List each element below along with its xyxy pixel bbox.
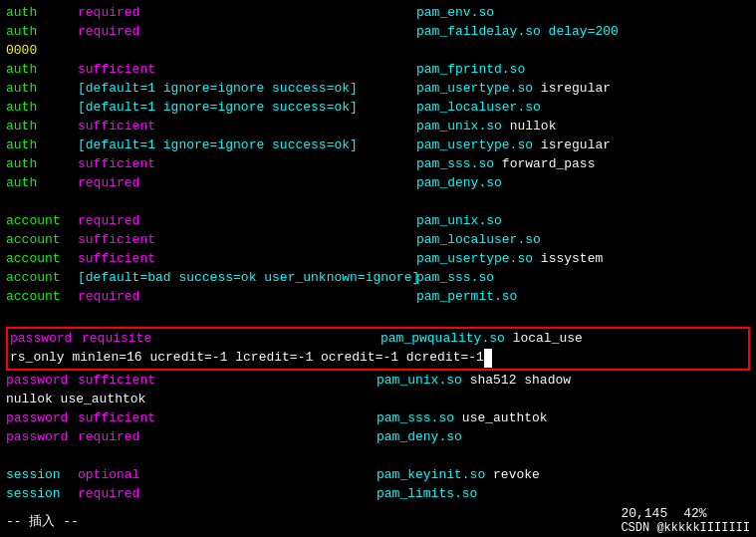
control-optional: optional bbox=[78, 466, 377, 485]
module-pam-localuser: pam_localuser.so bbox=[416, 99, 541, 118]
text-cursor bbox=[484, 349, 492, 368]
control-bracket-3: [default=1 ignore=ignore success=ok] bbox=[78, 136, 416, 155]
empty-line-3 bbox=[6, 447, 750, 466]
status-right: 20,145 42% CSDN @kkkkkIIIIIII bbox=[621, 506, 750, 535]
module-pam-fprintd: pam_fprintd.so bbox=[416, 61, 525, 80]
type-password-4: password bbox=[6, 428, 78, 447]
control-sufficient: sufficient bbox=[78, 250, 416, 269]
type-session-2: session bbox=[6, 485, 78, 504]
module-pam-sss-1: pam_sss.so bbox=[416, 155, 502, 174]
type-password-2: password bbox=[6, 372, 78, 391]
module-extra: local_use bbox=[513, 330, 583, 349]
status-percent: 42% bbox=[683, 506, 706, 521]
module-pam-usertype-3: pam_usertype.so bbox=[416, 250, 541, 269]
line-3: 0000 bbox=[6, 42, 750, 61]
type-account-2: account bbox=[6, 231, 78, 250]
line-account-1: account required pam_unix.so bbox=[6, 212, 750, 231]
type-account-1: account bbox=[6, 212, 78, 231]
module-pam-usertype-1: pam_usertype.so bbox=[416, 80, 541, 99]
control-required-2: required bbox=[78, 428, 377, 447]
module-extra: nullok bbox=[510, 118, 557, 136]
label-0000: 0000 bbox=[6, 42, 37, 61]
line-password-1-cont: rs_only minlen=16 ucredit=-1 lcredit=-1 … bbox=[10, 349, 746, 368]
control-sufficient-2: sufficient bbox=[78, 372, 377, 391]
module-pam-sss-2: pam_sss.so bbox=[416, 269, 494, 288]
line-password-3: password sufficient pam_sss.so use_autht… bbox=[6, 409, 750, 428]
line-account-3: account sufficient pam_usertype.so issys… bbox=[6, 250, 750, 269]
module-pam-faildelay: pam_faildelay.so delay=200 bbox=[416, 23, 619, 42]
type-account-4: account bbox=[6, 269, 78, 288]
type-account-3: account bbox=[6, 250, 78, 269]
line-password-1: password requisite pam_pwquality.so loca… bbox=[10, 330, 746, 349]
control-sufficient: sufficient bbox=[78, 118, 416, 136]
password-block: password requisite pam_pwquality.so loca… bbox=[6, 327, 750, 371]
control-sufficient-3: sufficient bbox=[78, 409, 377, 428]
line-session-2: session required pam_limits.so bbox=[6, 485, 750, 504]
line-1: auth required pam_env.so bbox=[6, 4, 750, 23]
type-auth: auth bbox=[6, 23, 78, 42]
control-sufficient: sufficient bbox=[78, 231, 416, 250]
password-continuation: rs_only minlen=16 ucredit=-1 lcredit=-1 … bbox=[10, 349, 484, 368]
line-password-2-cont: nullok use_authtok bbox=[6, 391, 750, 409]
line-8: auth [default=1 ignore=ignore success=ok… bbox=[6, 136, 750, 155]
type-auth: auth bbox=[6, 155, 78, 174]
type-auth: auth bbox=[6, 61, 78, 80]
type-auth: auth bbox=[6, 174, 78, 193]
module-extra: issystem bbox=[541, 250, 603, 269]
control-sufficient: sufficient bbox=[78, 155, 416, 174]
empty-line-2 bbox=[6, 307, 750, 326]
status-bar: -- 插入 -- 20,145 42% CSDN @kkkkkIIIIIII bbox=[0, 504, 756, 537]
terminal: auth required pam_env.so auth required p… bbox=[0, 0, 756, 537]
line-account-4: account [default=bad success=ok user_unk… bbox=[6, 269, 750, 288]
line-account-5: account required pam_permit.so bbox=[6, 288, 750, 307]
line-password-4: password required pam_deny.so bbox=[6, 428, 750, 447]
module-pam-keyinit: pam_keyinit.so bbox=[377, 466, 493, 485]
module-extra: revoke bbox=[493, 466, 540, 485]
module-pam-usertype-2: pam_usertype.so bbox=[416, 136, 541, 155]
module-pam-unix-1: pam_unix.so bbox=[416, 118, 510, 136]
type-password-3: password bbox=[6, 409, 78, 428]
status-mode: -- 插入 -- bbox=[6, 512, 79, 530]
password-cont-2: nullok use_authtok bbox=[6, 391, 145, 409]
line-session-1: session optional pam_keyinit.so revoke bbox=[6, 466, 750, 485]
control-required: required bbox=[78, 288, 416, 307]
control-sufficient: sufficient bbox=[78, 61, 416, 80]
line-6: auth [default=1 ignore=ignore success=ok… bbox=[6, 99, 750, 118]
line-10: auth required pam_deny.so bbox=[6, 174, 750, 193]
control-requisite: requisite bbox=[82, 330, 380, 349]
control-required: required bbox=[78, 212, 416, 231]
type-auth: auth bbox=[6, 4, 78, 23]
module-extra: forward_pass bbox=[502, 155, 596, 174]
line-2: auth required pam_faildelay.so delay=200 bbox=[6, 23, 750, 42]
control-required-3: required bbox=[78, 485, 377, 504]
control-bracket-2: [default=1 ignore=ignore success=ok] bbox=[78, 99, 416, 118]
control-required: required bbox=[78, 4, 416, 23]
type-session-1: session bbox=[6, 466, 78, 485]
line-5: auth [default=1 ignore=ignore success=ok… bbox=[6, 80, 750, 99]
empty-line-1 bbox=[6, 193, 750, 212]
type-auth: auth bbox=[6, 118, 78, 136]
module-extra: isregular bbox=[541, 80, 611, 99]
control-required: required bbox=[78, 23, 416, 42]
module-pam-sss-3: pam_sss.so bbox=[377, 409, 462, 428]
module-extra: isregular bbox=[541, 136, 611, 155]
module-pam-localuser-2: pam_localuser.so bbox=[416, 231, 541, 250]
module-pam-deny-1: pam_deny.so bbox=[416, 174, 502, 193]
line-account-2: account sufficient pam_localuser.so bbox=[6, 231, 750, 250]
status-position-line: 20,145 42% bbox=[621, 506, 750, 521]
line-password-2: password sufficient pam_unix.so sha512 s… bbox=[6, 372, 750, 391]
control-required: required bbox=[78, 174, 416, 193]
module-pam-limits: pam_limits.so bbox=[377, 485, 477, 504]
type-auth: auth bbox=[6, 80, 78, 99]
watermark: CSDN @kkkkkIIIIIII bbox=[621, 521, 750, 535]
type-password-1: password bbox=[10, 330, 82, 349]
module-pam-deny-2: pam_deny.so bbox=[377, 428, 462, 447]
module-pam-permit: pam_permit.so bbox=[416, 288, 517, 307]
module-pam-env: pam_env.so bbox=[416, 4, 494, 23]
control-bracket-1: [default=1 ignore=ignore success=ok] bbox=[78, 80, 416, 99]
type-auth: auth bbox=[6, 136, 78, 155]
module-extra: use_authtok bbox=[462, 409, 548, 428]
line-7: auth sufficient pam_unix.so nullok bbox=[6, 118, 750, 136]
module-extra: sha512 shadow bbox=[470, 372, 571, 391]
status-position: 20,145 bbox=[621, 506, 667, 521]
